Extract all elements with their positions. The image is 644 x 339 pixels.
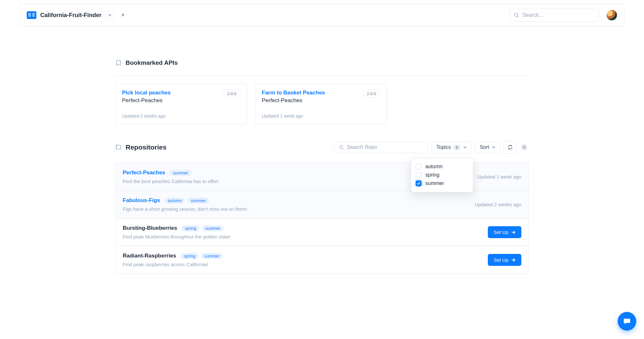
repo-description: Figs have a short growing season, don't … [123,206,247,212]
gear-icon [521,144,527,150]
repo-updated: Updated 1 week ago [477,174,521,179]
repo-item: Bursting-Blueberries springsummer Find p… [116,218,528,246]
chat-icon [622,317,631,326]
bookmarked-card[interactable]: Farm to Basket Peaches Perfect-Peaches 2… [255,83,387,124]
bookmarked-cards: Pick local peaches Perfect-Peaches 1.0.0… [115,83,529,124]
repo-search[interactable] [334,141,428,153]
svg-rect-5 [32,16,35,16]
topbar-right [509,9,617,22]
topbar: California-Fruit-Finder [19,4,625,26]
topic-tag[interactable]: summer [187,198,209,204]
topics-option[interactable]: autumn [416,162,467,171]
project-name[interactable]: California-Fruit-Finder [40,12,101,19]
card-subtitle: Perfect-Peaches [262,97,325,104]
svg-rect-0 [28,13,31,14]
topics-option[interactable]: summer [416,179,467,188]
search-icon [514,12,519,18]
chevron-down-icon [492,145,496,149]
svg-point-6 [515,13,518,16]
topics-filter-button[interactable]: Topics 6 [431,141,472,153]
repo-description: Find peak raspberries across California! [123,262,223,267]
refresh-icon [507,144,513,150]
sort-button[interactable]: Sort [475,141,500,153]
app-logo-icon [27,11,36,19]
repo-name[interactable]: Bursting-Blueberries [123,225,177,231]
card-updated: Updated 2 weeks ago [122,113,241,119]
arrow-right-icon [511,230,516,235]
topics-option[interactable]: spring [416,171,467,179]
topics-dropdown: autumnspringsummer [411,158,473,192]
repo-name[interactable]: Radiant-Raspberries [123,253,176,259]
project-switcher-button[interactable] [105,11,114,20]
checkbox-icon [416,180,421,186]
setup-button[interactable]: Set Up [488,226,521,238]
bookmarked-section-head: Bookmarked APIs [115,59,529,76]
open-external-button[interactable] [118,11,127,20]
card-updated: Updated 1 week ago [262,113,380,119]
repo-name[interactable]: Perfect-Peaches [123,170,165,176]
repo-search-input[interactable] [347,144,424,150]
svg-rect-3 [32,13,35,14]
svg-point-7 [340,146,343,149]
repo-name[interactable]: Fabulous-Figs [123,197,160,203]
checkbox-icon [416,172,421,178]
svg-rect-2 [28,16,31,16]
main-content: Bookmarked APIs Pick local peaches Perfe… [115,59,529,274]
topic-tag[interactable]: autumn [165,198,185,204]
topic-tag[interactable]: spring [181,253,198,259]
repo-item: Fabulous-Figs autumnsummer Figs have a s… [116,191,528,218]
global-search[interactable] [509,9,599,22]
global-search-input[interactable] [522,12,594,18]
svg-point-8 [524,147,525,148]
bookmarked-title: Bookmarked APIs [126,59,178,66]
repositories-controls: Topics 6 Sort [334,141,529,154]
topics-count-badge: 6 [453,145,460,150]
chevron-down-icon [108,13,112,17]
version-badge: 2.0.0 [363,90,380,98]
search-icon [339,145,344,150]
topic-tag[interactable]: spring [182,225,199,231]
settings-button[interactable] [520,143,529,152]
chevron-down-icon [463,145,467,149]
arrow-right-icon [511,258,516,262]
repo-description: Find peak blueberries throughout the gol… [123,234,231,239]
topbar-left: California-Fruit-Finder [27,11,127,20]
topics-option-label: autumn [425,164,442,170]
topics-label: Topics [436,144,451,150]
topic-tag[interactable]: summer [201,253,223,259]
setup-button[interactable]: Set Up [488,254,521,266]
checkbox-icon [416,164,421,170]
topic-tag[interactable]: summer [170,170,191,176]
topics-option-label: summer [425,180,444,186]
arrow-up-right-icon [120,13,125,17]
card-title[interactable]: Farm to Basket Peaches [262,90,325,96]
topics-option-label: spring [425,172,440,178]
card-subtitle: Perfect-Peaches [122,97,171,104]
version-badge: 1.0.0 [223,90,241,98]
support-chat-button[interactable] [618,312,636,331]
repo-description: Find the best peaches California has to … [123,179,219,184]
repositories-section-head: Repositories Topics 6 Sort [115,141,529,163]
repositories-title: Repositories [126,143,166,151]
card-title[interactable]: Pick local peaches [122,90,171,96]
svg-rect-4 [32,15,35,15]
repo-icon [115,144,122,151]
avatar[interactable] [606,10,617,21]
bookmarked-card[interactable]: Pick local peaches Perfect-Peaches 1.0.0… [115,83,247,124]
repo-updated: Updated 2 weeks ago [475,202,521,207]
svg-rect-1 [28,15,31,15]
refresh-button[interactable] [504,141,516,154]
repo-item: Radiant-Raspberries springsummer Find pe… [116,246,528,274]
topic-tag[interactable]: summer [202,225,223,231]
bookmark-icon [115,60,122,66]
sort-label: Sort [480,144,489,150]
